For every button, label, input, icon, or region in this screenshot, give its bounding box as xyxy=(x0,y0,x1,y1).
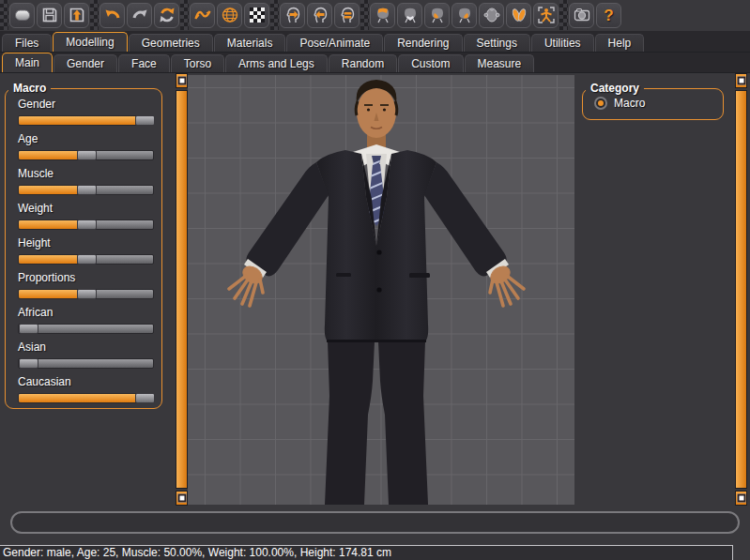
tab-main[interactable]: Main xyxy=(2,53,53,72)
slider-fill xyxy=(19,151,77,159)
slider-handle-african[interactable] xyxy=(19,324,38,334)
save-icon xyxy=(40,6,59,24)
tab-custom[interactable]: Custom xyxy=(398,54,463,72)
radio-button[interactable] xyxy=(594,97,607,110)
tab-random[interactable]: Random xyxy=(329,54,397,72)
top-view-button[interactable] xyxy=(479,3,504,28)
slider-handle-age[interactable] xyxy=(77,150,97,160)
slider-label: Caucasian xyxy=(18,375,158,388)
slider-track-asian[interactable] xyxy=(18,358,154,369)
left-splitter[interactable] xyxy=(176,73,188,506)
makehuman-window: { "colors": { "accent_orange": "#ef9226"… xyxy=(0,0,750,560)
slider-label: Proportions xyxy=(18,271,158,284)
rotate-left-button[interactable] xyxy=(307,3,332,28)
slider-track-african[interactable] xyxy=(18,324,154,334)
left-view-button[interactable] xyxy=(424,3,450,28)
top-view-icon xyxy=(482,6,501,24)
slider-row-weight: Weight xyxy=(18,202,158,230)
right-splitter-bottom-button[interactable] xyxy=(735,491,747,506)
new-icon xyxy=(13,6,32,24)
tab-pose-animate[interactable]: Pose/Animate xyxy=(286,34,383,52)
progress-bar xyxy=(10,511,740,534)
reset-view-button[interactable] xyxy=(334,3,360,28)
background-button[interactable] xyxy=(244,3,269,28)
slider-handle-muscle[interactable] xyxy=(77,185,97,195)
tab-rendering[interactable]: Rendering xyxy=(384,34,462,52)
slider-handle-asian[interactable] xyxy=(19,358,38,369)
tab-settings[interactable]: Settings xyxy=(464,34,530,52)
tab-geometries[interactable]: Geometries xyxy=(129,34,213,52)
tab-files[interactable]: Files xyxy=(2,34,52,52)
slider-fill xyxy=(19,255,77,264)
help-button[interactable]: ? xyxy=(596,3,621,28)
left-splitter-track[interactable] xyxy=(176,90,188,489)
slider-track-proportions[interactable] xyxy=(18,289,154,299)
feet-view-button[interactable] xyxy=(506,3,531,28)
tab-measure[interactable]: Measure xyxy=(465,54,535,72)
help-icon: ? xyxy=(604,8,613,23)
rotate-left-head-icon xyxy=(311,6,329,24)
load-button[interactable] xyxy=(64,3,89,28)
rotate-right-button[interactable] xyxy=(280,3,305,28)
viewport-3d[interactable] xyxy=(188,75,574,505)
body-view-button[interactable] xyxy=(533,3,559,28)
slider-handle-height[interactable] xyxy=(77,254,97,265)
right-splitter[interactable] xyxy=(735,73,747,506)
feet-view-icon xyxy=(510,6,528,24)
slider-handle-weight[interactable] xyxy=(77,219,97,230)
toolbar-separator xyxy=(180,0,189,30)
status-bar: Gender: male, Age: 25, Muscle: 50.00%, W… xyxy=(0,545,733,560)
slider-label: Height xyxy=(18,236,158,250)
slider-label: Muscle xyxy=(18,167,158,180)
right-view-button[interactable] xyxy=(452,3,477,28)
slider-track-caucasian[interactable] xyxy=(18,393,154,403)
slider-label: African xyxy=(18,306,158,319)
slider-track-height[interactable] xyxy=(18,254,154,265)
slider-fill xyxy=(19,186,77,194)
slider-handle-caucasian[interactable] xyxy=(135,393,155,403)
right-splitter-top-button[interactable] xyxy=(735,73,747,88)
left-splitter-bottom-button[interactable] xyxy=(176,491,188,506)
grab-screenshot-button[interactable] xyxy=(569,3,594,28)
smooth-button[interactable] xyxy=(190,3,215,28)
tab-help[interactable]: Help xyxy=(595,34,645,52)
front-view-button[interactable] xyxy=(397,3,422,28)
slider-label: Gender xyxy=(18,98,158,111)
undo-icon xyxy=(103,6,122,24)
new-button[interactable] xyxy=(9,3,35,28)
category-group-title: Category xyxy=(586,82,644,95)
toolbar-separator xyxy=(270,0,279,30)
load-icon xyxy=(68,6,86,24)
slider-label: Age xyxy=(18,132,158,145)
reload-button[interactable] xyxy=(154,3,179,28)
tab-modelling[interactable]: Modelling xyxy=(53,32,127,52)
slider-handle-proportions[interactable] xyxy=(77,289,97,299)
status-text: Gender: male, Age: 25, Muscle: 50.00%, W… xyxy=(3,546,391,559)
save-button[interactable] xyxy=(37,3,62,28)
slider-track-gender[interactable] xyxy=(18,115,154,126)
tab-utilities[interactable]: Utilities xyxy=(531,34,594,52)
wireframe-button[interactable] xyxy=(217,3,242,28)
tab-torso[interactable]: Torso xyxy=(171,54,224,72)
face-view-button[interactable] xyxy=(370,3,395,28)
slider-row-proportions: Proportions xyxy=(18,271,158,299)
smooth-icon xyxy=(193,6,212,24)
front-view-icon xyxy=(401,6,420,24)
right-view-icon xyxy=(455,6,474,24)
slider-track-age[interactable] xyxy=(18,150,154,160)
undo-button[interactable] xyxy=(99,3,125,28)
tab-materials[interactable]: Materials xyxy=(214,34,286,52)
slider-track-weight[interactable] xyxy=(18,219,154,230)
tab-gender[interactable]: Gender xyxy=(54,54,117,72)
tab-face[interactable]: Face xyxy=(118,54,170,72)
menu-tab-bar: FilesModellingGeometriesMaterialsPose/An… xyxy=(0,31,750,53)
slider-handle-gender[interactable] xyxy=(135,115,155,126)
redo-button[interactable] xyxy=(127,3,152,28)
right-splitter-track[interactable] xyxy=(735,90,747,489)
left-splitter-top-button[interactable] xyxy=(176,73,188,88)
slider-track-muscle[interactable] xyxy=(18,185,154,195)
radio-option-macro[interactable]: Macro xyxy=(594,97,645,110)
background-icon xyxy=(248,6,267,24)
tab-arms-and-legs[interactable]: Arms and Legs xyxy=(225,54,328,72)
toolbar-separator xyxy=(90,0,99,30)
